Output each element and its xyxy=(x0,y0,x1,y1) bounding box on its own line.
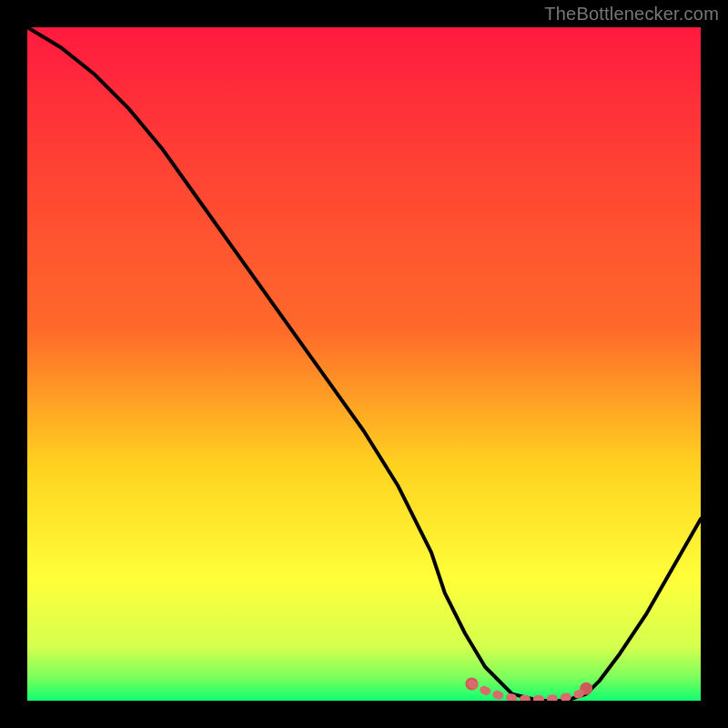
bottleneck-chart xyxy=(27,27,701,701)
watermark-text: TheBottlenecker.com xyxy=(544,4,719,25)
gradient-background xyxy=(27,27,701,701)
chart-area xyxy=(27,27,701,701)
